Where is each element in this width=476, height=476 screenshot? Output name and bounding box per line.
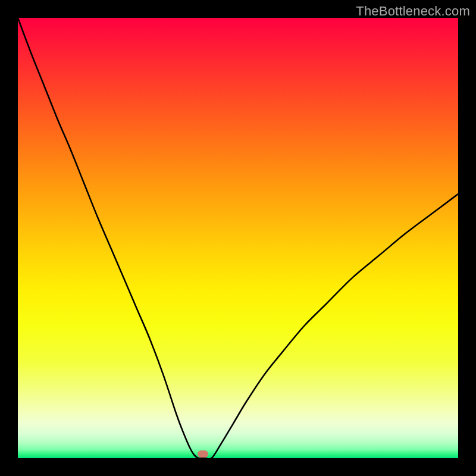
minimum-marker [198,450,208,458]
bottleneck-curve [18,18,458,459]
plot-area [18,18,458,458]
chart-frame: TheBottleneck.com [0,0,476,476]
watermark-text: TheBottleneck.com [356,4,470,19]
curve-svg [18,18,458,458]
